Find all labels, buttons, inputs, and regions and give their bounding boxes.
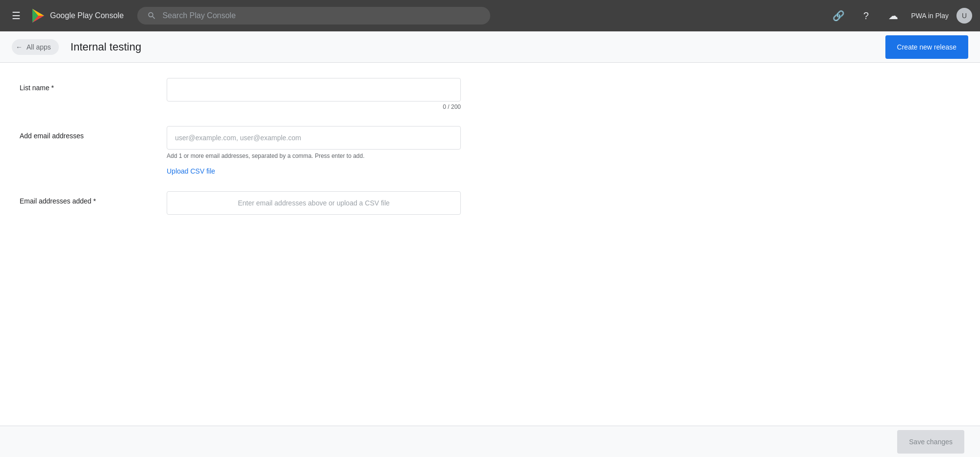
create-email-list-modal: Create email list ✕ * — Required fields …: [0, 0, 980, 457]
add-email-addresses-row: Add email addresses Add 1 or more email …: [20, 126, 960, 176]
app-name-label: PWA in Play: [911, 12, 949, 20]
google-play-logo-icon: [30, 8, 46, 24]
list-name-field: 0 / 200: [167, 78, 461, 110]
back-to-all-apps-button[interactable]: ← All apps: [12, 39, 59, 55]
upload-csv-link[interactable]: Upload CSV file: [167, 167, 215, 175]
page-title: Internal testing: [71, 41, 141, 53]
email-added-box: Enter email addresses above or upload a …: [167, 191, 461, 215]
back-arrow-icon: ←: [16, 43, 23, 51]
sub-nav: ← All apps Internal testing Create new r…: [0, 31, 980, 63]
email-addresses-added-row: Email addresses added * Enter email addr…: [20, 191, 960, 215]
app-logo: Google Play Console: [30, 8, 124, 24]
logo-text: Google Play Console: [50, 11, 124, 20]
help-icon-btn[interactable]: ?: [856, 6, 876, 25]
cloud-icon: ☁: [888, 10, 898, 22]
save-changes-button[interactable]: Save changes: [897, 430, 964, 454]
hamburger-menu-icon[interactable]: ☰: [8, 6, 25, 25]
create-new-release-button[interactable]: Create new release: [885, 35, 968, 59]
list-name-row: List name * 0 / 200: [20, 78, 960, 110]
email-addresses-label: Add email addresses: [20, 126, 147, 140]
user-avatar[interactable]: U: [956, 8, 972, 24]
email-added-placeholder-text: Enter email addresses above or upload a …: [238, 199, 390, 207]
top-nav: ☰ Google Play Console 🔗 ? ☁ PWA in Play …: [0, 0, 980, 31]
list-name-label: List name *: [20, 78, 147, 92]
link-icon-btn[interactable]: 🔗: [829, 6, 848, 25]
back-label: All apps: [26, 43, 51, 51]
list-name-input[interactable]: [167, 78, 461, 102]
nav-right-area: 🔗 ? ☁ PWA in Play U: [829, 6, 972, 25]
list-name-char-count: 0 / 200: [167, 103, 461, 110]
modal-footer: Save changes: [0, 426, 980, 457]
modal-body: * — Required fields List name * 0 / 200 …: [0, 47, 980, 426]
link-icon: 🔗: [832, 10, 845, 22]
search-input[interactable]: [162, 11, 480, 20]
email-added-field: Enter email addresses above or upload a …: [167, 191, 461, 215]
email-added-label: Email addresses added *: [20, 191, 147, 205]
notifications-icon-btn[interactable]: ☁: [883, 6, 903, 25]
search-icon: [147, 11, 156, 21]
email-addresses-input[interactable]: [167, 126, 461, 150]
email-addresses-field: Add 1 or more email addresses, separated…: [167, 126, 461, 176]
help-icon: ?: [863, 10, 869, 22]
avatar-initials: U: [962, 12, 967, 20]
email-addresses-hint: Add 1 or more email addresses, separated…: [167, 152, 461, 159]
search-bar[interactable]: [137, 7, 490, 25]
